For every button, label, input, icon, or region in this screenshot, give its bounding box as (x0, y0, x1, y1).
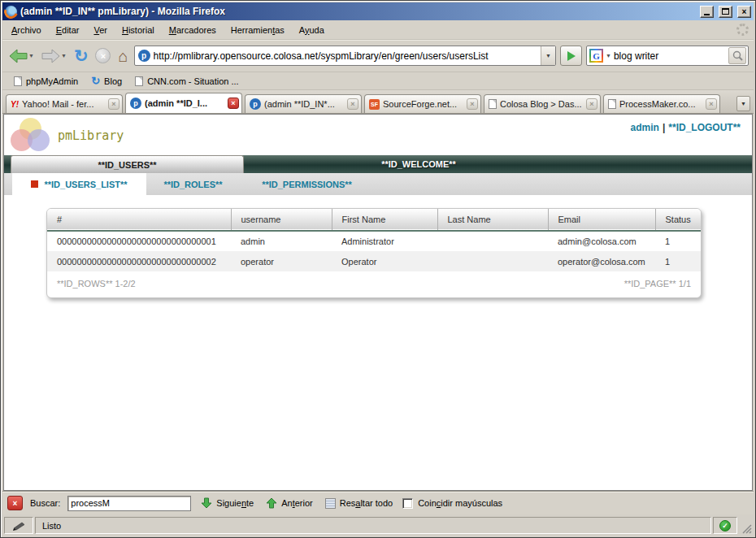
page-icon (14, 76, 22, 86)
web-search-input[interactable] (614, 50, 726, 62)
bookmark-phpmyadmin[interactable]: phpMyAdmin (9, 75, 83, 88)
table-row[interactable]: 00000000000000000000000000000001adminAdm… (47, 231, 702, 251)
browser-tab-admin-id-i[interactable]: p(admin **ID_I...× (125, 93, 242, 113)
tab-label: SourceForge.net... (383, 99, 463, 109)
navigation-toolbar: ▼ ▼ ↻ × ⌂ p ▼ G ▼ (2, 40, 754, 72)
match-case-checkbox-box[interactable] (402, 498, 413, 509)
tab-overflow-button[interactable]: ▼ (736, 96, 750, 111)
main-tab-id-users[interactable]: **ID_USERS** (11, 155, 244, 173)
sync-icon: ↻ (91, 76, 100, 86)
statusbar-security-panel[interactable]: ✓ (713, 517, 737, 534)
table-cell: 1 (655, 251, 702, 271)
tab-close-icon[interactable]: × (108, 98, 119, 110)
browser-tab-sourceforge-net[interactable]: SFSourceForge.net...× (364, 94, 481, 113)
url-dropdown-icon[interactable]: ▼ (541, 46, 555, 65)
find-prev-button[interactable]: Anterior (263, 496, 315, 510)
bookmark-cnn-com-situation[interactable]: CNN.com - Situation ... (130, 75, 243, 88)
back-dropdown-icon[interactable]: ▼ (28, 53, 34, 59)
tab-label: Yahoo! Mail - fer... (22, 99, 105, 109)
back-button[interactable]: ▼ (7, 47, 36, 65)
tab-label: Colosa Blog > Das... (500, 99, 583, 109)
tab-close-icon[interactable]: × (347, 98, 358, 110)
sub-tab-id-roles[interactable]: **ID_ROLES** (146, 173, 240, 195)
throbber-icon (736, 24, 749, 36)
table-row[interactable]: 00000000000000000000000000000002operator… (47, 251, 702, 271)
search-engine-dropdown-icon[interactable]: ▼ (606, 53, 611, 59)
menu-ver[interactable]: Ver (86, 23, 115, 37)
sub-tab-label: **ID_PERMISSIONS** (262, 180, 352, 189)
column-header-status: Status (655, 209, 702, 231)
minimize-button[interactable] (700, 6, 714, 18)
menu-ayuda[interactable]: Ayuda (292, 23, 332, 37)
stop-icon: × (95, 48, 111, 63)
find-case-checkbox[interactable]: Coincidir mayúsculas (402, 498, 502, 509)
statusbar-addon-panel[interactable] (4, 517, 33, 534)
table-cell: operator (231, 251, 332, 271)
search-go-button[interactable] (728, 47, 746, 64)
menu-historial[interactable]: Historial (115, 23, 162, 37)
tab-close-icon[interactable]: × (586, 98, 597, 110)
browser-tab-yahoo-mail-fer[interactable]: Y!Yahoo! Mail - fer...× (6, 94, 123, 113)
yahoo-icon: Y! (11, 100, 19, 109)
status-text: Listo (42, 521, 61, 531)
browser-tab-colosa-blog-das[interactable]: Colosa Blog > Das...× (484, 94, 601, 113)
tab-close-icon[interactable]: × (706, 98, 717, 110)
users-table: #usernameFirst NameLast NameEmailStatus … (47, 209, 702, 271)
logout-link[interactable]: **ID_LOGOUT** (668, 122, 741, 133)
sub-tab-id-users-list[interactable]: **ID_USERS_LIST** (12, 173, 146, 195)
menu-marcadores[interactable]: Marcadores (162, 23, 224, 37)
table-header-row: #usernameFirst NameLast NameEmailStatus (47, 209, 702, 231)
column-header-last-name: Last Name (437, 209, 548, 231)
maximize-button[interactable] (719, 6, 732, 18)
home-button[interactable]: ⌂ (116, 46, 129, 66)
username-link[interactable]: admin (631, 122, 659, 133)
forward-dropdown-icon[interactable]: ▼ (61, 53, 67, 59)
sub-tab-id-permissions[interactable]: **ID_PERMISSIONS** (240, 173, 374, 195)
url-input[interactable] (154, 50, 537, 62)
table-cell (437, 231, 548, 251)
table-cell: Administrator (332, 231, 437, 251)
find-input[interactable] (67, 496, 191, 511)
column-header-first-name: First Name (332, 209, 437, 231)
table-cell (437, 251, 548, 271)
page-count-label: **ID_PAGE** 1/1 (624, 279, 691, 289)
close-button[interactable]: × (737, 6, 751, 18)
reload-button[interactable]: ↻ (72, 46, 90, 66)
find-highlight-button[interactable]: Resaltar todo (323, 497, 395, 510)
findbar-close-button[interactable]: × (7, 496, 23, 510)
browser-tab-admin-id-in[interactable]: p(admin **ID_IN*...× (245, 94, 362, 113)
stop-button[interactable]: × (93, 46, 112, 65)
down-arrow-icon (201, 497, 212, 509)
active-tab-marker-icon (31, 180, 38, 188)
go-button[interactable] (560, 46, 582, 66)
main-tab-bar: **ID_USERS****ID_WELCOME** (4, 155, 752, 173)
bookmark-blog[interactable]: ↻Blog (86, 74, 127, 88)
browser-tab-processmaker-co[interactable]: ProcessMaker.co...× (603, 94, 720, 113)
table-cell: admin (231, 231, 332, 251)
table-cell: operator@colosa.com (548, 251, 655, 271)
title-bar[interactable]: (admin **ID_IN** pmLibrary) - Mozilla Fi… (2, 2, 754, 20)
menu-editar[interactable]: Editar (49, 23, 87, 37)
find-label: Buscar: (30, 498, 60, 508)
tab-close-icon[interactable]: × (467, 98, 478, 110)
back-arrow-icon (9, 49, 28, 63)
menu-herramientas[interactable]: Herramientas (224, 23, 292, 37)
firefox-icon (5, 6, 17, 18)
window-title: (admin **ID_IN** pmLibrary) - Mozilla Fi… (20, 6, 695, 17)
rows-count-label: **ID_ROWS** 1-2/2 (57, 279, 136, 289)
grip-lines-icon (741, 523, 752, 534)
main-tab-id-welcome[interactable]: **ID_WELCOME** (244, 155, 593, 173)
find-control-label: Anterior (281, 498, 313, 508)
find-next-button[interactable]: Siguiente (198, 496, 256, 510)
status-text-panel: Listo (35, 517, 711, 534)
forward-button[interactable]: ▼ (40, 47, 68, 65)
magnifier-icon (732, 50, 743, 61)
bookmarks-bar: phpMyAdmin↻BlogCNN.com - Situation ... (2, 72, 754, 90)
column-header-email: Email (548, 209, 655, 231)
table-cell: 00000000000000000000000000000002 (47, 251, 231, 271)
menu-archivo[interactable]: Archivo (4, 23, 49, 37)
resize-grip[interactable] (739, 517, 752, 534)
browser-window: (admin **ID_IN** pmLibrary) - Mozilla Fi… (0, 0, 756, 538)
find-control-label: Siguiente (216, 498, 254, 508)
tab-close-icon[interactable]: × (228, 98, 239, 109)
